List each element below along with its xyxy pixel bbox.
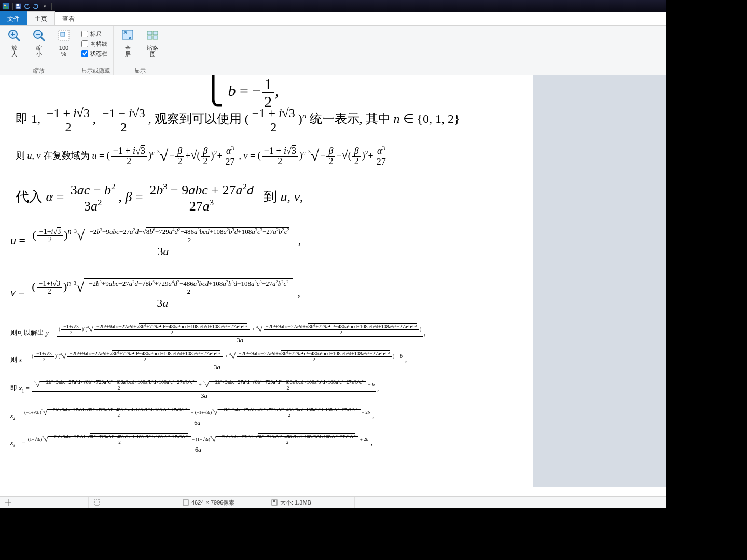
ribbon: 放 大 缩 小 100 % 缩放 标尺 网格线 状态栏 显示或隐藏	[0, 25, 666, 76]
zoom-100-icon	[56, 27, 72, 44]
zoom-in-label: 放 大	[11, 45, 17, 57]
check-statusbar-label: 状态栏	[90, 50, 107, 58]
math-x2-expr: x2 = (−1+√3i)3√−2b³+9abc−27a²d+√8b⁶+729a…	[10, 407, 519, 426]
zoom-100-button[interactable]: 100 %	[53, 27, 75, 57]
group-showhide: 标尺 网格线 状态栏 显示或隐藏	[78, 26, 114, 76]
zoom-in-icon	[6, 27, 22, 44]
svg-rect-16	[153, 31, 158, 35]
svg-rect-3	[17, 4, 19, 6]
check-statusbar[interactable]: 状态栏	[81, 50, 110, 58]
cursor-icon	[5, 499, 11, 506]
fullscreen-label: 全 屏	[125, 45, 131, 57]
zoom-100-label: 100 %	[59, 45, 68, 57]
ribbon-tabs: 文件 主页 查看	[0, 12, 666, 25]
svg-rect-13	[61, 32, 65, 36]
titlebar-sep	[12, 3, 13, 10]
status-filesize: 大小: 1.3MB	[266, 497, 355, 508]
status-size-text: 大小: 1.3MB	[280, 499, 311, 507]
group-display: 全 屏 缩略 图 显示	[114, 26, 167, 76]
app-icon	[2, 3, 9, 10]
svg-rect-24	[273, 500, 275, 502]
tab-view[interactable]: 查看	[55, 11, 82, 25]
math-line4: 代入 α = 3ac − b23a2, β = 2b3 − 9abc + 27a…	[16, 182, 514, 214]
zoom-in-button[interactable]: 放 大	[3, 27, 25, 57]
thumbnail-icon	[144, 27, 161, 44]
math-x-expr: 则 x = (−1+i√32)n(3√−2b³+9abc−27a²d+√8b⁶+…	[10, 350, 519, 371]
math-line2: 即 1, −1 + i√32, −1 − i√32, 观察到可以使用 (−1 +…	[16, 106, 514, 134]
check-gridlines-box[interactable]	[81, 40, 88, 47]
check-gridlines-label: 网格线	[90, 40, 107, 48]
dims-icon	[183, 499, 189, 506]
fullscreen-button[interactable]: 全 屏	[117, 27, 139, 57]
thumbnail-label: 缩略 图	[147, 45, 158, 57]
titlebar-sep2	[51, 3, 52, 10]
statusbar: 4624 × 7996像素 大小: 1.3MB	[0, 496, 666, 508]
status-dims-text: 4624 × 7996像素	[191, 499, 234, 507]
check-ruler[interactable]: 标尺	[81, 30, 110, 38]
disk-icon	[271, 499, 278, 506]
math-v-expr: v = (−1+i√32)n 3√−2b3+9abc−27a2d+√8b6+72…	[10, 277, 300, 310]
svg-line-6	[16, 37, 20, 41]
check-gridlines[interactable]: 网格线	[81, 40, 110, 48]
check-ruler-label: 标尺	[90, 30, 102, 38]
math-x1-expr: 即 x1 = 3√−2b³+9abc−27a²d+√8b⁶+729a⁴d²−48…	[10, 379, 519, 399]
svg-rect-4	[17, 6, 20, 8]
zoom-out-label: 缩 小	[36, 45, 42, 57]
math-line3: 则 u, v 在复数域为 u = (−1 + i√32)n 3√−β2+√(β2…	[16, 145, 524, 167]
check-statusbar-box[interactable]	[81, 50, 88, 57]
save-icon[interactable]	[15, 3, 22, 10]
undo-icon[interactable]	[23, 3, 31, 10]
window: ▾ 文件 主页 查看 放 大 缩 小 100 %	[0, 0, 666, 508]
svg-rect-21	[94, 500, 100, 505]
selection-icon	[94, 499, 100, 506]
customize-qat-icon[interactable]: ▾	[41, 3, 48, 10]
group-display-label: 显示	[117, 67, 163, 75]
check-ruler-box[interactable]	[81, 31, 88, 37]
tab-file[interactable]: 文件	[0, 11, 27, 25]
svg-line-10	[41, 37, 45, 41]
status-cursor	[0, 497, 89, 508]
status-dimensions: 4624 × 7996像素	[177, 497, 266, 508]
zoom-out-button[interactable]: 缩 小	[28, 27, 50, 57]
svg-rect-22	[183, 500, 188, 505]
canvas-area[interactable]: ⎩ b = −12, 即 1, −1 + i√32, −1 − i√32, 观察…	[0, 75, 666, 487]
canvas-rail	[533, 75, 666, 487]
svg-rect-15	[147, 31, 152, 35]
thumbnail-button[interactable]: 缩略 图	[142, 27, 163, 57]
zoom-out-icon	[31, 27, 47, 44]
math-u-expr: u = (−1+i√32)n 3√−2b3+9abc−27a2d−√8b6+72…	[10, 226, 301, 258]
document-page: ⎩ b = −12, 即 1, −1 + i√32, −1 − i√32, 观察…	[0, 75, 533, 487]
svg-point-1	[4, 4, 6, 6]
tab-home[interactable]: 主页	[27, 11, 55, 25]
redo-icon[interactable]	[32, 3, 39, 10]
math-x3-expr: x3 = −(1+√3i)3√−2b³+9abc−27a²d+√8b⁶+729a…	[10, 434, 519, 453]
math-y-expr: 则可以解出 y = (−1+i√32)n(3√−2b³+9abc−27a²d+√…	[10, 323, 519, 344]
math-brace: ⎩ b = −12,	[202, 75, 279, 110]
titlebar: ▾	[0, 0, 666, 12]
group-showhide-label: 显示或隐藏	[81, 67, 110, 75]
fullscreen-icon	[119, 27, 136, 44]
group-zoom: 放 大 缩 小 100 % 缩放	[0, 26, 78, 76]
svg-rect-17	[147, 36, 152, 39]
svg-rect-18	[153, 36, 158, 39]
group-zoom-label: 缩放	[3, 67, 75, 75]
status-selection	[89, 497, 177, 508]
